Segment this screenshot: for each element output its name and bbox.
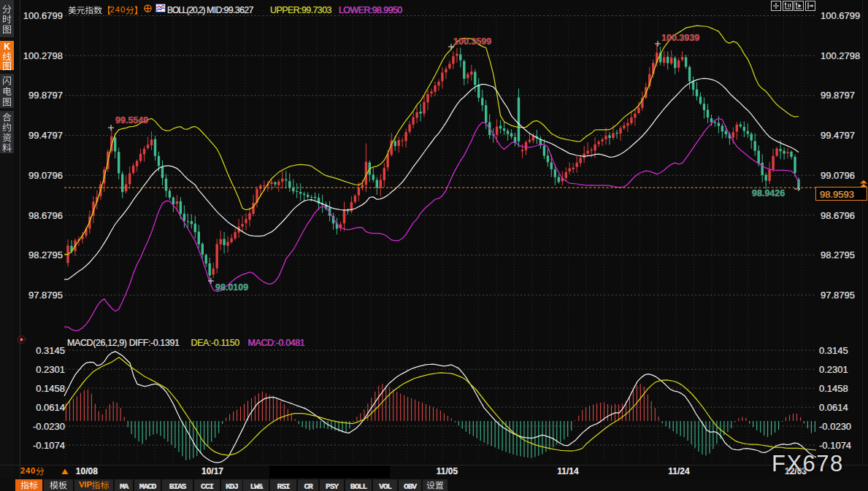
svg-text:0: 0 bbox=[31, 466, 35, 475]
svg-text:P: P bbox=[86, 480, 92, 489]
svg-text:2: 2 bbox=[110, 5, 115, 14]
svg-text:2: 2 bbox=[20, 466, 25, 475]
svg-text:4: 4 bbox=[115, 5, 120, 14]
svg-text:K: K bbox=[4, 42, 10, 52]
svg-text:4: 4 bbox=[26, 466, 31, 475]
svg-text:0: 0 bbox=[120, 5, 125, 14]
